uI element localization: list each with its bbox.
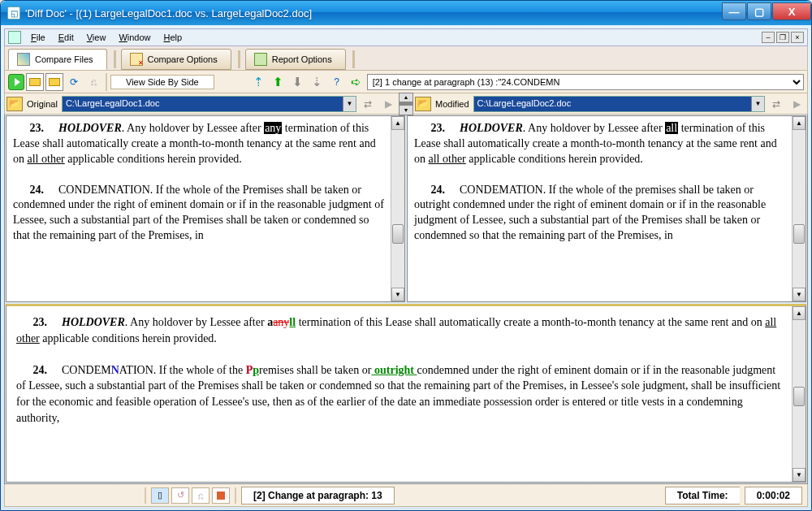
toolbar-button[interactable]: ⎌	[84, 73, 102, 91]
para-title: HOLDOVER	[58, 122, 122, 134]
tab-compare-files[interactable]: Compare Files	[8, 49, 107, 70]
scroll-down-button[interactable]: ▼	[391, 288, 404, 301]
modified-label: Modified	[434, 99, 471, 109]
scrollbar[interactable]: ▲ ▼	[792, 116, 806, 301]
mdi-close-button[interactable]: ×	[791, 32, 804, 43]
para-number: 23.	[13, 121, 44, 136]
tab-divider	[114, 50, 116, 68]
swap-button[interactable]: ⇄	[359, 95, 377, 113]
scroll-up-button[interactable]: ▲	[793, 116, 806, 130]
para-number: 24.	[16, 362, 47, 379]
original-text[interactable]: 23.HOLDOVER. Any holdover by Lessee afte…	[6, 116, 391, 301]
spin-down-button[interactable]: ▼	[400, 106, 412, 115]
goto-button[interactable]: ➪	[348, 73, 365, 91]
report-options-icon	[254, 53, 267, 66]
modified-file-row: 📂 Modified C:\LargeLegalDoc2.doc ▼ ⇄ ▶	[415, 95, 806, 113]
diff-highlight: any	[264, 122, 282, 134]
merged-pane: 23.HOLDOVER. Any holdover by Lessee afte…	[6, 304, 806, 483]
status-icon[interactable]: ▯	[151, 487, 169, 504]
scroll-thumb[interactable]	[793, 224, 805, 244]
scroll-down-button[interactable]: ▼	[793, 288, 806, 301]
doc-icon	[8, 31, 21, 44]
status-icon[interactable]	[212, 487, 230, 504]
deleted-text: any	[273, 316, 289, 328]
nav-button[interactable]: ▶	[788, 95, 806, 113]
last-diff-button[interactable]: ⇣	[309, 73, 326, 91]
minimize-button[interactable]: —	[722, 2, 746, 20]
status-icon[interactable]: ⎌	[192, 487, 209, 504]
diff-highlight: all	[665, 122, 678, 134]
view-mode-label[interactable]: View Side By Side	[110, 75, 214, 89]
inserted-text: ll	[289, 316, 296, 328]
tab-divider	[238, 50, 240, 68]
status-icon[interactable]: ↺	[171, 487, 189, 504]
mdi-restore-button[interactable]: ❐	[776, 32, 789, 43]
menu-help[interactable]: Help	[158, 31, 189, 44]
spin-up-button[interactable]: ▲	[400, 93, 412, 102]
original-file-row: 📂 Original C:\LargeLegalDoc1.doc ▼ ⇄ ▶	[6, 95, 397, 113]
change-status: [2] Change at paragraph: 13	[241, 487, 395, 505]
time-label: Total Time:	[665, 487, 740, 505]
para-number: 24.	[414, 183, 445, 198]
toolbar-button[interactable]	[45, 73, 63, 91]
para-number: 23.	[16, 314, 47, 331]
tab-report-options[interactable]: Report Options	[245, 49, 346, 70]
scroll-thumb[interactable]	[793, 387, 805, 406]
refresh-button[interactable]: ⟳	[65, 73, 83, 91]
para-title: CONDEMNATION.	[58, 184, 153, 196]
mdi-minimize-button[interactable]: –	[762, 32, 775, 43]
app-window: ◱ 'Diff Doc' - [(1) LargeLegalDoc1.doc v…	[0, 0, 812, 511]
next-diff-button[interactable]: ⬇	[289, 73, 307, 91]
app-icon: ◱	[7, 6, 20, 19]
open-modified-button[interactable]: 📂	[415, 97, 431, 111]
changed-text: P	[246, 364, 253, 376]
time-value: 0:00:02	[745, 487, 802, 505]
window-title: 'Diff Doc' - [(1) LargeLegalDoc1.doc vs.…	[25, 7, 721, 19]
menu-file[interactable]: File	[24, 31, 52, 44]
menu-edit[interactable]: Edit	[52, 31, 80, 44]
open-original-button[interactable]: 📂	[6, 97, 23, 111]
tab-divider	[352, 50, 355, 68]
inserted-text: p	[253, 364, 259, 376]
scroll-up-button[interactable]: ▲	[391, 116, 404, 130]
modified-path-combo[interactable]: C:\LargeLegalDoc2.doc ▼	[473, 96, 765, 112]
merged-text[interactable]: 23.HOLDOVER. Any holdover by Lessee afte…	[6, 306, 792, 482]
scroll-up-button[interactable]: ▲	[793, 306, 806, 320]
para-title: HOLDOVER	[460, 122, 523, 134]
close-button[interactable]: X	[772, 2, 811, 20]
modified-text[interactable]: 23.HOLDOVER. Any holdover by Lessee afte…	[408, 116, 792, 301]
help-button[interactable]: ?	[328, 73, 346, 91]
splitter-spinner[interactable]: ▲ ▼	[399, 93, 413, 115]
scroll-down-button[interactable]: ▼	[793, 468, 806, 482]
para-title: CONDEMATION.	[460, 184, 546, 196]
prev-diff-button[interactable]: ⬆	[270, 73, 287, 91]
client-area: File Edit View Window Help – ❐ × Compare…	[1, 25, 811, 510]
menu-view[interactable]: View	[80, 31, 113, 44]
maximize-button[interactable]: ▢	[747, 2, 771, 20]
run-button[interactable]	[8, 74, 24, 90]
scroll-thumb[interactable]	[392, 224, 404, 244]
changed-text: N	[111, 364, 119, 376]
titlebar[interactable]: ◱ 'Diff Doc' - [(1) LargeLegalDoc1.doc v…	[1, 1, 811, 25]
change-dropdown[interactable]: [2] 1 change at paragraph (13) :"24.COND…	[367, 74, 804, 90]
swap-button[interactable]: ⇄	[767, 95, 785, 113]
original-path-combo[interactable]: C:\LargeLegalDoc1.doc ▼	[62, 96, 356, 112]
first-diff-button[interactable]: ⇡	[250, 73, 268, 91]
tab-label: Compare Options	[148, 54, 218, 64]
scrollbar[interactable]: ▲ ▼	[391, 116, 404, 301]
dropdown-arrow-icon[interactable]: ▼	[751, 97, 764, 111]
compare-files-icon	[17, 53, 30, 66]
original-label: Original	[25, 99, 59, 109]
tab-compare-options[interactable]: Compare Options	[121, 49, 231, 70]
para-number: 23.	[414, 121, 445, 136]
modified-pane: 23.HOLDOVER. Any holdover by Lessee afte…	[407, 115, 806, 302]
menu-window[interactable]: Window	[112, 31, 157, 44]
original-path: C:\LargeLegalDoc1.doc	[63, 97, 343, 111]
side-by-side-row: 23.HOLDOVER. Any holdover by Lessee afte…	[5, 115, 807, 303]
folder-icon	[29, 78, 41, 86]
toolbar-button[interactable]	[26, 73, 44, 91]
nav-button[interactable]: ▶	[379, 95, 397, 113]
dropdown-arrow-icon[interactable]: ▼	[343, 97, 356, 111]
scrollbar[interactable]: ▲ ▼	[792, 306, 806, 482]
original-pane: 23.HOLDOVER. Any holdover by Lessee afte…	[6, 115, 405, 302]
